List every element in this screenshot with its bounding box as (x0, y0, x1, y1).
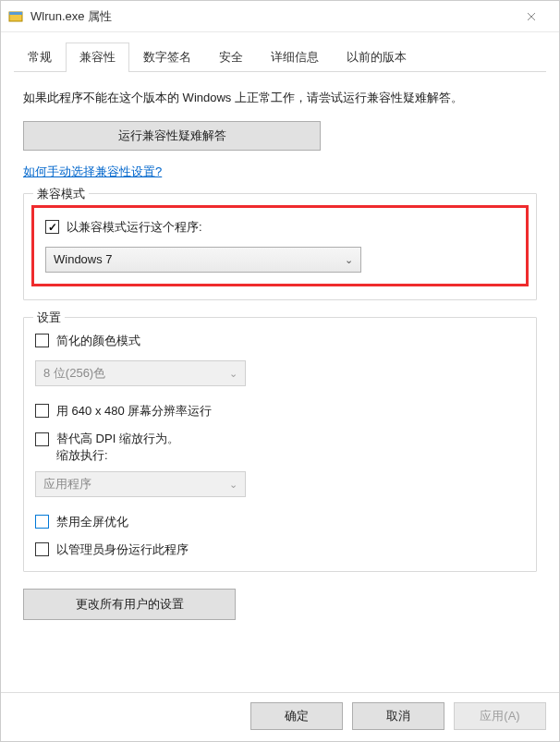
content-area: 常规 兼容性 数字签名 安全 详细信息 以前的版本 如果此程序不能在这个版本的 … (1, 32, 559, 692)
checkbox-disable-fullscreen[interactable] (35, 515, 49, 529)
select-color-mode-value: 8 位(256)色 (43, 365, 105, 382)
tab-compatibility[interactable]: 兼容性 (66, 43, 129, 72)
label-dpi-override2: 缩放执行: (56, 447, 179, 464)
row-dpi-override: 替代高 DPI 缩放行为。 缩放执行: (35, 431, 525, 464)
tab-bar: 常规 兼容性 数字签名 安全 详细信息 以前的版本 (14, 42, 546, 71)
select-dpi-scaling-value: 应用程序 (43, 476, 91, 493)
group-title-compat: 兼容模式 (33, 186, 89, 202)
row-low-res: 用 640 x 480 屏幕分辨率运行 (35, 403, 525, 420)
select-compat-os[interactable]: Windows 7 ⌄ (45, 247, 361, 273)
highlight-box: 以兼容模式运行这个程序: Windows 7 ⌄ (31, 205, 529, 286)
checkbox-reduced-color[interactable] (35, 334, 49, 347)
cancel-button[interactable]: 取消 (352, 702, 444, 730)
tab-panel-compatibility: 如果此程序不能在这个版本的 Windows 上正常工作，请尝试运行兼容性疑难解答… (14, 72, 546, 692)
chevron-down-icon: ⌄ (229, 367, 237, 379)
ok-button[interactable]: 确定 (250, 702, 343, 730)
intro-text: 如果此程序不能在这个版本的 Windows 上正常工作，请尝试运行兼容性疑难解答… (23, 89, 537, 108)
checkbox-run-admin[interactable] (35, 542, 49, 556)
apply-button[interactable]: 应用(A) (454, 702, 546, 730)
tab-previous[interactable]: 以前的版本 (333, 43, 420, 72)
tab-signature[interactable]: 数字签名 (129, 43, 205, 72)
tab-details[interactable]: 详细信息 (257, 43, 333, 72)
select-compat-os-value: Windows 7 (54, 252, 113, 266)
titlebar: Wlrun.exe 属性 (1, 1, 559, 32)
row-reduced-color: 简化的颜色模式 (35, 333, 525, 349)
row-run-admin: 以管理员身份运行此程序 (35, 541, 525, 558)
close-button[interactable] (511, 3, 552, 30)
chevron-down-icon: ⌄ (345, 253, 353, 265)
row-disable-fullscreen: 禁用全屏优化 (35, 514, 525, 530)
tab-general[interactable]: 常规 (14, 43, 66, 72)
label-disable-fullscreen: 禁用全屏优化 (56, 514, 128, 530)
tab-security[interactable]: 安全 (205, 43, 257, 72)
checkbox-compat-mode[interactable] (45, 220, 59, 234)
select-color-mode: 8 位(256)色 ⌄ (35, 360, 246, 386)
label-run-admin: 以管理员身份运行此程序 (56, 541, 189, 558)
group-title-settings: 设置 (33, 310, 65, 326)
troubleshoot-button[interactable]: 运行兼容性疑难解答 (23, 121, 321, 151)
label-compat-mode: 以兼容模式运行这个程序: (67, 219, 202, 236)
manual-settings-link[interactable]: 如何手动选择兼容性设置? (23, 164, 162, 180)
label-low-res: 用 640 x 480 屏幕分辨率运行 (56, 403, 212, 420)
row-compat-run: 以兼容模式运行这个程序: (45, 219, 515, 236)
label-dpi-override1: 替代高 DPI 缩放行为。 (56, 431, 179, 447)
label-reduced-color: 简化的颜色模式 (56, 333, 140, 349)
svg-rect-1 (9, 12, 22, 15)
change-all-users-button[interactable]: 更改所有用户的设置 (23, 589, 236, 620)
checkbox-dpi-override[interactable] (35, 432, 49, 446)
app-icon (8, 9, 23, 24)
group-settings: 设置 简化的颜色模式 8 位(256)色 ⌄ 用 640 x 480 屏幕分辨率… (23, 317, 537, 572)
select-dpi-scaling: 应用程序 ⌄ (35, 471, 246, 497)
checkbox-low-res[interactable] (35, 404, 49, 418)
group-compat-mode: 兼容模式 以兼容模式运行这个程序: Windows 7 ⌄ (23, 193, 537, 300)
dialog-footer: 确定 取消 应用(A) (1, 692, 559, 741)
chevron-down-icon: ⌄ (229, 478, 237, 490)
window-title: Wlrun.exe 属性 (30, 8, 511, 25)
